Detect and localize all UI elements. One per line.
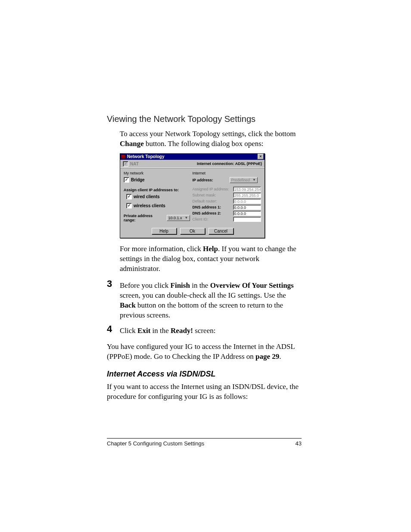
step4-a: Click xyxy=(120,327,137,335)
footer-page-number: 43 xyxy=(296,440,302,447)
step4-b: in the xyxy=(150,327,171,335)
nat-label: NAT xyxy=(130,162,139,166)
ip-address-value: Predefined xyxy=(231,178,250,182)
dns1-row: DNS address 1: 0.0.0.0 xyxy=(193,205,262,210)
right-column: Internet IP address: Predefined ▼ Assign… xyxy=(193,171,262,223)
wireless-clients-label: wireless clients xyxy=(134,203,165,208)
my-network-label: My network xyxy=(124,171,190,175)
step-4: 4 Click Exit in the Ready! screen: xyxy=(107,326,302,336)
clientid-label: Client ID: xyxy=(193,217,231,221)
step3-back-bold: Back xyxy=(120,301,136,309)
dns2-label: DNS address 2: xyxy=(193,211,231,215)
dialog-body: My network ✓ Bridge Assign client IP add… xyxy=(120,168,265,226)
step4-c: screen: xyxy=(193,327,215,335)
page-footer: Chapter 5 Configuring Custom Settings 43 xyxy=(107,438,302,447)
checkbox-icon: ✓ xyxy=(126,194,132,199)
after-steps-paragraph: You have configured your IG to access th… xyxy=(107,342,302,362)
left-column: My network ✓ Bridge Assign client IP add… xyxy=(124,171,190,223)
network-topology-dialog: Network Topology × ✓ NAT Internet connec… xyxy=(120,153,265,238)
dialog-button-row: Help Ok Cancel xyxy=(120,226,265,238)
step-4-number: 4 xyxy=(107,324,112,334)
checkbox-icon: ✓ xyxy=(124,177,129,183)
dialog-titlebar: Network Topology × xyxy=(120,154,265,160)
post-dialog-help-bold: Help xyxy=(203,245,218,253)
clientid-field[interactable] xyxy=(233,217,262,222)
post-dialog-a: For more information, click xyxy=(120,245,203,253)
step3-a: Before you click xyxy=(120,281,171,289)
checkbox-icon: ✓ xyxy=(123,161,128,167)
step-3: 3 Before you click Finish in the Overvie… xyxy=(107,281,302,320)
ip-address-label: IP address: xyxy=(193,178,227,182)
wired-clients-label: wired clients xyxy=(134,194,160,199)
dns2-row: DNS address 2: 0.0.0.0 xyxy=(193,211,262,216)
ok-button[interactable]: Ok xyxy=(180,228,205,234)
footer-rule xyxy=(107,438,302,439)
clientid-row: Client ID: xyxy=(193,217,262,222)
subnet-field[interactable]: 255.255.255.0 xyxy=(233,193,262,198)
router-field[interactable]: 0.0.0.0 xyxy=(233,199,262,204)
app-icon xyxy=(121,155,125,159)
dns1-label: DNS address 1: xyxy=(193,205,231,209)
chevron-down-icon: ▼ xyxy=(185,216,188,220)
step4-ready-bold: Ready! xyxy=(171,327,193,335)
step-3-number: 3 xyxy=(107,279,112,289)
intro-text-a: To access your Network Topology settings… xyxy=(120,130,296,138)
step3-d: button on the bottom of the screen to re… xyxy=(120,301,283,319)
internet-label: Internet xyxy=(193,171,262,175)
assigned-ip-row: Assigned IP address: 153.09.254.254 xyxy=(193,187,262,192)
step3-finish-bold: Finish xyxy=(171,281,190,289)
intro-change-bold: Change xyxy=(120,140,144,148)
subheading-isdn-dsl: Internet Access via ISDN/DSL xyxy=(107,370,302,379)
router-label: Default router: xyxy=(193,199,231,203)
private-range-value: 10.0.1.x xyxy=(168,216,182,220)
subnet-label: Subnet mask: xyxy=(193,193,231,197)
help-button[interactable]: Help xyxy=(152,228,177,234)
connection-label: Internet connection: ADSL (PPPoE) xyxy=(197,162,262,166)
section-heading: Viewing the Network Topology Settings xyxy=(107,114,302,124)
step4-exit-bold: Exit xyxy=(137,327,150,335)
step3-c: screen, you can double-check all the IG … xyxy=(120,291,286,299)
intro-text-b: button. The following dialog box opens: xyxy=(144,140,264,148)
dialog-title: Network Topology xyxy=(127,154,164,159)
private-range-dropdown[interactable]: 10.0.1.x ▼ xyxy=(167,215,190,221)
post-dialog-paragraph: For more information, click Help. If you… xyxy=(120,244,302,274)
subnet-row: Subnet mask: 255.255.255.0 xyxy=(193,193,262,198)
assign-clients-label: Assign client IP addresses to: xyxy=(124,188,190,192)
bridge-label: Bridge xyxy=(131,177,145,182)
after-b: . xyxy=(279,352,281,361)
nat-checkbox[interactable]: ✓ NAT xyxy=(123,161,139,167)
after-page-bold: page 29 xyxy=(255,352,279,361)
private-range-label: Private address range: xyxy=(124,214,164,222)
ip-address-dropdown[interactable]: Predefined ▼ xyxy=(230,177,258,183)
router-row: Default router: 0.0.0.0 xyxy=(193,199,262,204)
cancel-button[interactable]: Cancel xyxy=(209,228,234,234)
sub-paragraph: If you want to access the Internet using… xyxy=(107,382,302,402)
wireless-clients-checkbox[interactable]: ✓ wireless clients xyxy=(126,203,165,208)
assigned-ip-label: Assigned IP address: xyxy=(193,187,231,191)
footer-chapter: Chapter 5 Configuring Custom Settings xyxy=(107,440,296,447)
intro-paragraph: To access your Network Topology settings… xyxy=(120,129,302,149)
step3-overview-bold: Overview Of Your Settings xyxy=(210,281,294,289)
dns1-field[interactable]: 0.0.0.0 xyxy=(233,205,262,210)
checkbox-icon: ✓ xyxy=(126,203,132,208)
step3-b: in the xyxy=(190,281,210,289)
dialog-toolbar: ✓ NAT Internet connection: ADSL (PPPoE) xyxy=(120,160,265,168)
dns2-field[interactable]: 0.0.0.0 xyxy=(233,211,262,216)
chevron-down-icon: ▼ xyxy=(252,178,256,182)
assigned-ip-field[interactable]: 153.09.254.254 xyxy=(233,187,262,192)
bridge-checkbox[interactable]: ✓ Bridge xyxy=(124,177,145,183)
close-icon[interactable]: × xyxy=(258,154,264,159)
wired-clients-checkbox[interactable]: ✓ wired clients xyxy=(126,194,160,199)
